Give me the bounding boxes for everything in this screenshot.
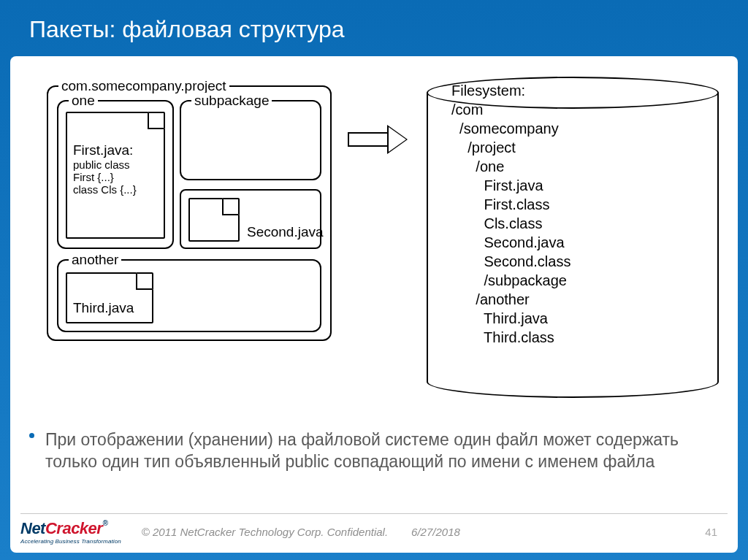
slide-title: Пакеты: файловая структура [0, 0, 748, 56]
logo-tagline: Accelerating Business Transformation [20, 538, 121, 545]
file-third-label: Third.java [73, 300, 134, 315]
footer-page-number: 41 [705, 526, 717, 538]
package-another: another Third.java [57, 259, 321, 332]
arrow-icon [348, 125, 413, 154]
bullet-text: При отображении (хранении) на файловой с… [45, 429, 709, 472]
file-first-icon: First.java: public class First {...} cla… [66, 112, 165, 239]
package-one-label: one [69, 93, 98, 109]
content-panel: com.somecompany.project one First.java: … [10, 56, 738, 553]
file-second-label: Second.java [247, 224, 324, 240]
footer-copyright: © 2011 NetCracker Technology Corp. Confi… [142, 526, 388, 538]
diagram: com.somecompany.project one First.java: … [32, 77, 716, 398]
file-first-title: First.java: [73, 142, 158, 158]
package-outer: com.somecompany.project one First.java: … [47, 85, 332, 341]
file-first-line2: First {...} [73, 171, 158, 183]
package-another-label: another [69, 252, 121, 268]
logo-reg: ® [102, 519, 107, 527]
package-subpackage-label: subpackage [191, 93, 272, 109]
file-third-icon: Third.java [66, 272, 153, 323]
file-second-icon [188, 198, 240, 242]
logo: NetCracker® Accelerating Business Transf… [20, 519, 121, 545]
package-outer-label: com.somecompany.project [58, 78, 229, 94]
bullet-dot-icon [29, 433, 34, 438]
logo-net: Net [20, 519, 45, 537]
filesystem-cylinder: Filesystem: /com /somecompany /project /… [427, 77, 719, 398]
footer-date: 6/27/2018 [411, 526, 460, 538]
file-first-line3: class Cls {...} [73, 183, 158, 196]
filesystem-tree: Filesystem: /com /somecompany /project /… [451, 81, 570, 347]
package-one: one First.java: public class First {...}… [57, 100, 174, 249]
file-second-box: Second.java [180, 189, 321, 249]
logo-cracker: Cracker [45, 519, 102, 537]
footer: NetCracker® Accelerating Business Transf… [10, 513, 738, 553]
package-subpackage: subpackage [180, 100, 321, 180]
bullet-content: При отображении (хранении) на файловой с… [45, 430, 679, 471]
file-first-line1: public class [73, 158, 158, 171]
